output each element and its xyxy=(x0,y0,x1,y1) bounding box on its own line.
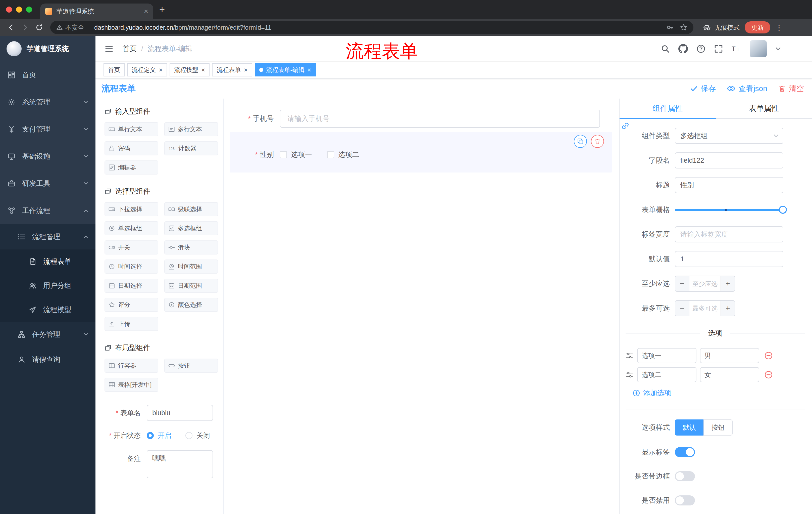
phone-input[interactable] xyxy=(280,110,600,128)
gender-widget-selected[interactable]: *性别 选项一 选项二 xyxy=(230,132,612,172)
hamburger-fold-icon[interactable] xyxy=(105,44,114,53)
min-select-input[interactable] xyxy=(689,276,721,291)
option-label-input[interactable] xyxy=(637,348,696,363)
component-switch[interactable]: 开关 xyxy=(105,240,158,254)
component-time-picker[interactable]: 时间选择 xyxy=(105,260,158,274)
remove-option-icon[interactable] xyxy=(764,371,773,379)
sidebar-item-user-group[interactable]: 用户分组 xyxy=(0,274,95,298)
decrease-button[interactable]: − xyxy=(675,301,689,316)
component-time-range[interactable]: 时间范围 xyxy=(164,260,218,274)
component-checkbox-group[interactable]: 多选框组 xyxy=(164,221,218,235)
sidebar-item-task-management[interactable]: 任务管理 xyxy=(0,322,95,347)
gender-option2-checkbox[interactable]: 选项二 xyxy=(327,150,359,159)
component-cascader[interactable]: 级联选择 xyxy=(164,202,218,216)
form-grid-slider[interactable] xyxy=(675,202,783,218)
show-label-switch[interactable] xyxy=(675,447,695,457)
font-size-icon[interactable]: TT xyxy=(732,44,741,53)
tab-close-icon[interactable]: × xyxy=(144,7,148,15)
option-value-input[interactable] xyxy=(700,348,759,363)
new-tab-button[interactable]: + xyxy=(153,0,171,19)
close-icon[interactable]: × xyxy=(159,66,163,74)
fullscreen-icon[interactable] xyxy=(714,44,723,53)
component-password[interactable]: 密码 xyxy=(105,141,158,155)
copy-widget-button[interactable] xyxy=(574,135,587,148)
browser-tab[interactable]: 芋道管理系统 × xyxy=(40,3,153,19)
drag-handle-icon[interactable] xyxy=(626,371,633,378)
component-table[interactable]: 表格[开发中] xyxy=(105,378,158,392)
tag-process-form-edit[interactable]: 流程表单-编辑× xyxy=(255,63,316,77)
tag-process-definition[interactable]: 流程定义× xyxy=(127,63,167,77)
drag-handle-icon[interactable] xyxy=(626,352,633,359)
slider-handle[interactable] xyxy=(779,206,787,214)
title-input[interactable] xyxy=(675,177,783,193)
save-button[interactable]: 保存 xyxy=(690,83,716,94)
component-counter[interactable]: 123计数器 xyxy=(164,141,218,155)
browser-menu-dots-icon[interactable]: ⋮ xyxy=(775,23,783,32)
component-editor[interactable]: 编辑器 xyxy=(105,160,158,174)
user-avatar[interactable] xyxy=(750,40,767,57)
tab-component-props[interactable]: 组件属性 xyxy=(619,99,716,118)
search-icon[interactable] xyxy=(661,44,670,53)
tab-form-props[interactable]: 表单属性 xyxy=(716,99,812,118)
option-label-input[interactable] xyxy=(637,367,696,382)
component-type-select[interactable]: 多选框组 xyxy=(675,128,783,144)
default-value-input[interactable] xyxy=(675,251,783,267)
component-upload[interactable]: 上传 xyxy=(105,317,158,331)
back-icon[interactable] xyxy=(4,20,18,34)
close-icon[interactable]: × xyxy=(244,66,248,74)
sidebar-item-home[interactable]: 首页 xyxy=(0,61,95,88)
border-switch[interactable] xyxy=(675,471,695,481)
sidebar-item-payment[interactable]: 支付管理 xyxy=(0,116,95,143)
bookmark-star-icon[interactable] xyxy=(680,24,687,31)
component-single-text[interactable]: 单行文本 xyxy=(105,122,158,136)
avatar-caret-down-icon[interactable] xyxy=(775,46,781,52)
component-date-picker[interactable]: 日期选择 xyxy=(105,279,158,293)
sidebar-item-process-form[interactable]: 流程表单 xyxy=(0,249,95,274)
window-zoom-button[interactable] xyxy=(26,6,32,12)
window-close-button[interactable] xyxy=(6,6,12,12)
sidebar-item-process-management[interactable]: 流程管理 xyxy=(0,224,95,249)
gender-option1-checkbox[interactable]: 选项一 xyxy=(280,150,312,159)
delete-widget-button[interactable] xyxy=(591,135,604,148)
component-multi-text[interactable]: 多行文本 xyxy=(164,122,218,136)
add-option-button[interactable]: 添加选项 xyxy=(633,388,671,398)
style-button-button[interactable]: 按钮 xyxy=(703,420,733,436)
sidebar-item-infrastructure[interactable]: 基础设施 xyxy=(0,143,95,170)
status-on-radio[interactable]: 开启 xyxy=(147,431,171,440)
tag-home[interactable]: 首页 xyxy=(104,63,125,77)
tag-process-form[interactable]: 流程表单× xyxy=(212,63,252,77)
sidebar-item-process-model[interactable]: 流程模型 xyxy=(0,298,95,322)
max-select-input[interactable] xyxy=(689,301,721,316)
github-icon[interactable] xyxy=(678,44,688,54)
component-select[interactable]: 下拉选择 xyxy=(105,202,158,216)
sidebar-item-leave-query[interactable]: 请假查询 xyxy=(0,347,95,372)
tag-process-model[interactable]: 流程模型× xyxy=(170,63,209,77)
view-json-button[interactable]: 查看json xyxy=(727,83,767,94)
status-off-radio[interactable]: 关闭 xyxy=(185,431,210,440)
increase-button[interactable]: + xyxy=(721,276,735,291)
label-width-input[interactable] xyxy=(675,226,783,242)
form-name-input[interactable] xyxy=(147,405,213,421)
help-question-icon[interactable] xyxy=(696,44,705,53)
disabled-switch[interactable] xyxy=(675,495,695,506)
increase-button[interactable]: + xyxy=(721,301,735,316)
remove-option-icon[interactable] xyxy=(764,351,773,360)
style-default-button[interactable]: 默认 xyxy=(675,420,703,436)
sidebar-item-workflow[interactable]: 工作流程 xyxy=(0,197,95,224)
component-color-picker[interactable]: 颜色选择 xyxy=(164,298,218,312)
link-anchor-icon[interactable] xyxy=(621,122,630,130)
sidebar-item-system[interactable]: 系统管理 xyxy=(0,88,95,116)
update-button[interactable]: 更新 xyxy=(745,21,770,33)
component-rate[interactable]: 评分 xyxy=(105,298,158,312)
component-date-range[interactable]: 日期范围 xyxy=(164,279,218,293)
component-button[interactable]: 按钮 xyxy=(164,359,218,373)
window-minimize-button[interactable] xyxy=(16,6,22,12)
component-radio-group[interactable]: 单选框组 xyxy=(105,221,158,235)
component-slider[interactable]: 滑块 xyxy=(164,240,218,254)
forward-icon[interactable] xyxy=(18,20,32,34)
breadcrumb-home[interactable]: 首页 xyxy=(123,44,137,54)
sidebar-item-devtools[interactable]: 研发工具 xyxy=(0,170,95,197)
form-remark-textarea[interactable]: 嘿嘿 xyxy=(147,450,213,478)
component-row-container[interactable]: 行容器 xyxy=(105,359,158,373)
option-value-input[interactable] xyxy=(700,367,759,382)
